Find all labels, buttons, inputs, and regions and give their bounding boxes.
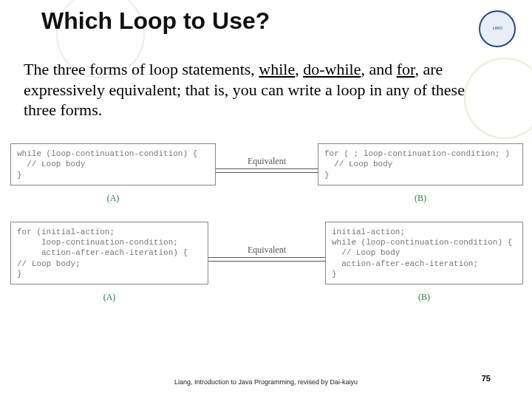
label-spacer — [216, 193, 318, 204]
equivalence-row-2: for (initial-action; loop-continuation-c… — [10, 222, 523, 284]
equivalence-connector: Equivalent — [208, 222, 325, 284]
code-for-full: for (initial-action; loop-continuation-c… — [17, 227, 202, 279]
equivalence-lines-icon — [216, 168, 318, 173]
label-b: (B) — [318, 193, 523, 204]
code-while: while (loop-continuation-condition) { //… — [17, 149, 209, 180]
kw-while: while — [259, 60, 295, 78]
intro-text: , — [295, 60, 303, 78]
page-number: 75 — [482, 374, 491, 383]
label-b: (B) — [325, 292, 523, 303]
code-box-while-expanded: initial-action; while (loop-continuation… — [325, 222, 523, 284]
intro-paragraph: The three forms of loop statements, whil… — [24, 59, 489, 120]
equivalent-label: Equivalent — [248, 245, 286, 256]
code-box-for-empty: for ( ; loop-continuation-condition; ) /… — [318, 143, 523, 185]
code-for-empty: for ( ; loop-continuation-condition; ) /… — [324, 149, 516, 180]
kw-for: for — [397, 60, 415, 78]
diagram-area: while (loop-continuation-condition) { //… — [10, 143, 523, 321]
code-while-expanded: initial-action; while (loop-continuation… — [332, 227, 516, 279]
code-box-while: while (loop-continuation-condition) { //… — [10, 143, 216, 185]
code-box-for-full: for (initial-action; loop-continuation-c… — [10, 222, 208, 284]
equivalence-row-1: while (loop-continuation-condition) { //… — [10, 143, 523, 185]
labels-row-1: (A) (B) — [10, 193, 523, 204]
intro-text: The three forms of loop statements, — [24, 60, 259, 78]
logo-year: 1895 — [492, 26, 502, 32]
labels-row-2: (A) (B) — [10, 292, 523, 303]
equivalent-label: Equivalent — [248, 156, 286, 167]
equivalence-connector: Equivalent — [216, 143, 318, 185]
slide-title: Which Loop to Use? — [41, 7, 270, 35]
label-a: (A) — [10, 193, 216, 204]
equivalence-lines-icon — [208, 257, 325, 262]
intro-text: , and — [361, 60, 396, 78]
kw-do-while: do-while — [303, 60, 361, 78]
label-spacer — [208, 292, 325, 303]
footer-credit: Liang, Introduction to Java Programming,… — [174, 378, 358, 386]
university-seal-icon: 1895 — [479, 10, 516, 47]
label-a: (A) — [10, 292, 208, 303]
